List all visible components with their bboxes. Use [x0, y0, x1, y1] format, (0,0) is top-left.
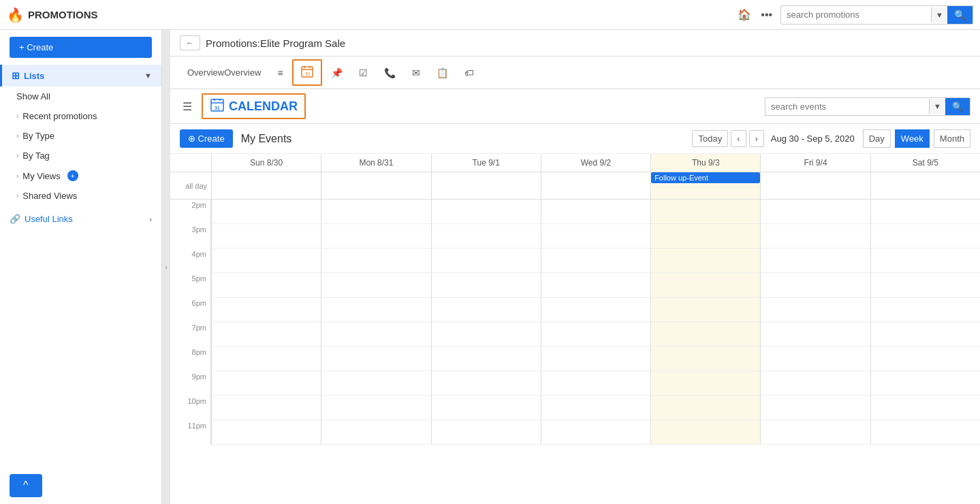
time-cell-3pm-day3[interactable] [541, 224, 650, 249]
home-icon-button[interactable]: 🏠 [735, 5, 754, 24]
time-cell-6pm-day5[interactable] [760, 298, 870, 322]
time-cell-8pm-day1[interactable] [321, 347, 430, 371]
time-cell-5pm-day4[interactable] [650, 273, 760, 298]
time-cell-8pm-day2[interactable] [431, 347, 541, 371]
back-button[interactable]: ← [180, 35, 200, 50]
next-week-button[interactable]: › [749, 130, 764, 147]
month-view-button[interactable]: Month [934, 129, 970, 148]
time-cell-2pm-day6[interactable] [870, 200, 980, 224]
time-cell-4pm-day3[interactable] [541, 249, 650, 273]
time-cell-10pm-day1[interactable] [321, 396, 430, 420]
time-cell-7pm-day6[interactable] [870, 322, 980, 347]
time-cell-10pm-day6[interactable] [870, 396, 980, 420]
time-cell-11pm-day5[interactable] [760, 420, 870, 445]
time-cell-3pm-day6[interactable] [870, 224, 980, 249]
time-cell-9pm-day2[interactable] [431, 371, 541, 396]
time-cell-11pm-day6[interactable] [870, 420, 980, 445]
tab-email[interactable]: ✉ [405, 63, 428, 83]
time-cell-9pm-day3[interactable] [541, 371, 650, 396]
today-button[interactable]: Today [692, 130, 728, 147]
calendar-create-button[interactable]: ⊕ Create [180, 129, 233, 148]
time-cell-9pm-day1[interactable] [321, 371, 430, 396]
time-cell-6pm-day4[interactable] [650, 298, 760, 322]
all-day-cell-fri[interactable] [760, 172, 870, 199]
time-cell-10pm-day3[interactable] [541, 396, 650, 420]
time-cell-2pm-day5[interactable] [760, 200, 870, 224]
sidebar-show-all[interactable]: Show All [0, 86, 161, 106]
time-cell-3pm-day2[interactable] [431, 224, 541, 249]
time-cell-2pm-day1[interactable] [321, 200, 430, 224]
sidebar-item-by-type[interactable]: › By Type [0, 126, 161, 146]
time-cell-7pm-day3[interactable] [541, 322, 650, 347]
time-cell-6pm-day2[interactable] [431, 298, 541, 322]
week-view-button[interactable]: Week [895, 129, 930, 148]
tab-notes[interactable]: 📋 [429, 63, 456, 83]
time-cell-5pm-day5[interactable] [760, 273, 870, 298]
time-cell-9pm-day6[interactable] [870, 371, 980, 396]
time-cell-5pm-day0[interactable] [211, 273, 321, 298]
sidebar-item-my-views[interactable]: › My Views + [0, 166, 161, 186]
time-cell-3pm-day1[interactable] [321, 224, 430, 249]
all-day-cell-thu[interactable]: Follow up-Event [650, 172, 760, 199]
time-cell-8pm-day4[interactable] [650, 347, 760, 371]
time-cell-9pm-day4[interactable] [650, 371, 760, 396]
time-cell-2pm-day3[interactable] [541, 200, 650, 224]
time-cell-8pm-day6[interactable] [870, 347, 980, 371]
tab-pin[interactable]: 📌 [323, 63, 350, 83]
top-search-go-button[interactable]: 🔍 [947, 6, 973, 24]
time-cell-4pm-day5[interactable] [760, 249, 870, 273]
time-cell-5pm-day1[interactable] [321, 273, 430, 298]
time-cell-4pm-day1[interactable] [321, 249, 430, 273]
all-day-cell-sat[interactable] [870, 172, 980, 199]
time-cell-8pm-day3[interactable] [541, 347, 650, 371]
time-cell-8pm-day0[interactable] [211, 347, 321, 371]
time-cell-4pm-day2[interactable] [431, 249, 541, 273]
top-search-dropdown-button[interactable]: ▼ [931, 7, 947, 22]
time-cell-6pm-day0[interactable] [211, 298, 321, 322]
sidebar-create-button[interactable]: + Create [10, 37, 152, 58]
scroll-top-button[interactable]: ^ [10, 474, 42, 497]
time-cell-5pm-day2[interactable] [431, 273, 541, 298]
time-cell-10pm-day4[interactable] [650, 396, 760, 420]
tab-phone[interactable]: 📞 [377, 63, 403, 83]
time-cell-11pm-day0[interactable] [211, 420, 321, 445]
time-cell-2pm-day2[interactable] [431, 200, 541, 224]
time-cell-11pm-day1[interactable] [321, 420, 430, 445]
time-cell-6pm-day1[interactable] [321, 298, 430, 322]
sidebar-item-by-tag[interactable]: › By Tag [0, 146, 161, 166]
time-cell-7pm-day0[interactable] [211, 322, 321, 347]
time-cell-9pm-day0[interactable] [211, 371, 321, 396]
time-cell-5pm-day3[interactable] [541, 273, 650, 298]
hamburger-button[interactable]: ☰ [180, 97, 195, 116]
tab-overview[interactable]: OverviewOverview [180, 63, 268, 82]
all-day-cell-wed[interactable] [541, 172, 650, 199]
time-cell-11pm-day3[interactable] [541, 420, 650, 445]
time-cell-2pm-day0[interactable] [211, 200, 321, 224]
time-cell-10pm-day5[interactable] [760, 396, 870, 420]
time-cell-3pm-day5[interactable] [760, 224, 870, 249]
time-cell-7pm-day4[interactable] [650, 322, 760, 347]
time-cell-6pm-day3[interactable] [541, 298, 650, 322]
time-cell-7pm-day5[interactable] [760, 322, 870, 347]
time-cell-3pm-day0[interactable] [211, 224, 321, 249]
time-cell-10pm-day0[interactable] [211, 396, 321, 420]
time-cell-4pm-day4[interactable] [650, 249, 760, 273]
tab-list[interactable]: ≡ [270, 63, 290, 83]
sidebar-useful-links[interactable]: 🔗 Useful Links › [0, 208, 161, 230]
section-search-input[interactable] [765, 98, 929, 115]
tab-calendar[interactable]: 31 [292, 59, 322, 86]
tab-tag[interactable]: 🏷 [457, 63, 481, 83]
sidebar-lists-section[interactable]: ⊞ Lists ▼ [0, 65, 161, 86]
time-cell-8pm-day5[interactable] [760, 347, 870, 371]
sidebar-item-recent-promotions[interactable]: › Recent promotions [0, 106, 161, 126]
sidebar-collapse-button[interactable]: ‹ [162, 30, 170, 504]
time-cell-6pm-day6[interactable] [870, 298, 980, 322]
time-cell-11pm-day4[interactable] [650, 420, 760, 445]
section-search-dropdown-button[interactable]: ▼ [929, 99, 945, 114]
all-day-cell-tue[interactable] [431, 172, 541, 199]
sidebar-item-shared-views[interactable]: › Shared Views [0, 186, 161, 206]
time-cell-3pm-day4[interactable] [650, 224, 760, 249]
day-view-button[interactable]: Day [863, 129, 891, 148]
time-cell-2pm-day4[interactable] [650, 200, 760, 224]
time-cell-11pm-day2[interactable] [431, 420, 541, 445]
